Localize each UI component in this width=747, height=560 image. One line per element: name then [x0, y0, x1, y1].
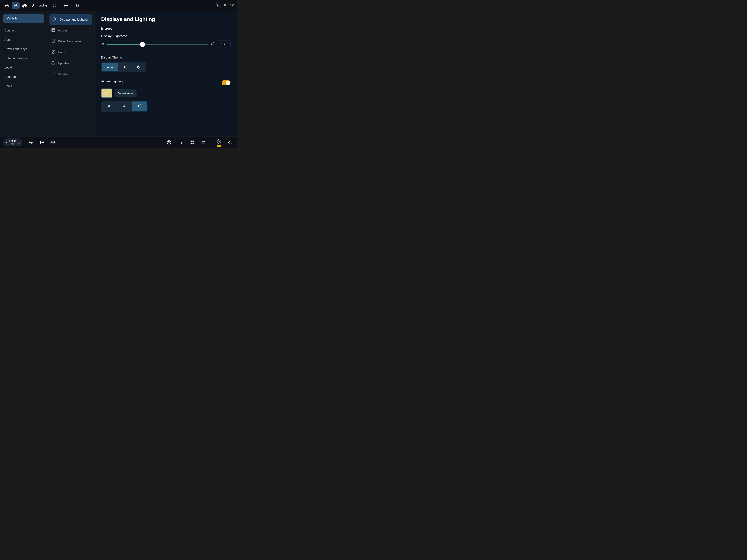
- svg-rect-93: [192, 141, 194, 142]
- lock-open-icon[interactable]: [3, 2, 11, 9]
- theme-label: Display Theme: [101, 56, 230, 59]
- menu-item-service-label: Service: [58, 73, 68, 76]
- sidebar-item-connect[interactable]: Connect: [0, 26, 47, 35]
- garage-icon[interactable]: [51, 2, 58, 9]
- menu-item-access[interactable]: Access: [47, 25, 94, 36]
- svg-point-80: [41, 142, 43, 143]
- updates-icon: [51, 61, 55, 66]
- svg-rect-92: [190, 141, 191, 142]
- accent-level-high[interactable]: [132, 102, 147, 111]
- climate-temp: LO ❄: [9, 139, 16, 143]
- menu-item-units[interactable]: Units: [47, 47, 94, 58]
- theme-buttons: Auto: [101, 62, 146, 72]
- climate-display: LO ❄ OFF: [9, 139, 16, 145]
- svg-line-60: [125, 107, 125, 107]
- bell-icon[interactable]: [74, 2, 81, 9]
- menu-item-driver-assistance-label: Driver Assistance: [58, 40, 81, 43]
- svg-point-28: [102, 43, 104, 45]
- menu-item-updates[interactable]: Updates: [47, 58, 94, 69]
- bluetooth-icon: [224, 3, 226, 8]
- menu-item-driver-assistance[interactable]: Driver Assistance: [47, 36, 94, 47]
- units-icon: [51, 50, 55, 55]
- menu-item-updates-label: Updates: [58, 62, 69, 65]
- brightness-section: Display Brightness: [101, 34, 230, 48]
- apps-grid-icon[interactable]: [188, 139, 196, 146]
- menu-item-units-label: Units: [58, 51, 65, 54]
- top-bar-right: [216, 3, 234, 8]
- bottom-bar: ▾ LO ❄ OFF ▴: [0, 136, 237, 148]
- svg-point-12: [54, 18, 55, 20]
- pending-label: Pending: [37, 4, 47, 7]
- climate-section: ▾ LO ❄ OFF ▴: [3, 138, 22, 146]
- bottom-right-icons: [165, 138, 234, 147]
- steering-heat-icon[interactable]: [38, 139, 46, 146]
- sidebar-left: Vehicle Connect Apps Drivers and Keys Da…: [0, 11, 47, 136]
- climate-down-button[interactable]: ▾: [5, 140, 7, 144]
- no-signal-icon: [216, 3, 220, 8]
- settings-icon-wrap: [215, 138, 223, 147]
- camera-icon[interactable]: [200, 139, 207, 146]
- svg-point-90: [179, 143, 180, 144]
- lock-icon[interactable]: [12, 2, 20, 9]
- service-icon: [51, 72, 55, 77]
- nav-icon[interactable]: [165, 139, 173, 146]
- seat-heat-icon[interactable]: [27, 139, 35, 146]
- menu-item-service[interactable]: Service: [47, 69, 94, 80]
- svg-point-37: [211, 43, 213, 45]
- sidebar-mid: Displays and Lighting Access Driver A: [47, 11, 95, 136]
- theme-section: Display Theme Auto: [101, 56, 230, 72]
- top-bar-left: [3, 2, 28, 9]
- auto-brightness-button[interactable]: Auto: [216, 41, 230, 48]
- svg-point-65: [138, 105, 140, 107]
- brightness-slider[interactable]: [107, 44, 208, 45]
- music-icon[interactable]: [177, 139, 184, 146]
- no-camera-icon[interactable]: [62, 2, 70, 9]
- menu-item-displays[interactable]: Displays and Lighting: [49, 14, 92, 25]
- desert-snow-label: Desert snow: [114, 89, 136, 97]
- theme-auto-button[interactable]: Auto: [102, 63, 118, 71]
- svg-marker-97: [204, 140, 205, 141]
- main-content: Vehicle Connect Apps Drivers and Keys Da…: [0, 11, 237, 136]
- accent-level-med[interactable]: [117, 102, 131, 111]
- svg-line-63: [123, 107, 123, 107]
- panel-right: Displays and Lighting Interior Display B…: [95, 11, 237, 136]
- svg-point-56: [123, 105, 125, 107]
- svg-point-11: [232, 6, 232, 6]
- settings-icon[interactable]: [215, 138, 223, 145]
- theme-light-button[interactable]: [119, 63, 132, 71]
- displays-icon: [52, 17, 57, 22]
- interior-section-title: Interior: [101, 26, 230, 31]
- brightness-low-icon: [101, 42, 105, 47]
- accent-toggle[interactable]: [222, 80, 230, 85]
- defrost-icon[interactable]: [49, 139, 57, 146]
- volume-icon[interactable]: [226, 139, 234, 146]
- accent-level-buttons: [101, 101, 148, 112]
- pending-button[interactable]: Pending: [32, 4, 47, 7]
- svg-point-46: [124, 66, 126, 68]
- brightness-slider-thumb[interactable]: [140, 42, 145, 47]
- sidebar-item-about[interactable]: About: [0, 81, 47, 91]
- sidebar-item-apps[interactable]: Apps: [0, 35, 47, 45]
- brightness-label: Display Brightness: [101, 34, 230, 38]
- menu-item-access-label: Access: [58, 29, 68, 32]
- climate-up-button[interactable]: ▴: [18, 140, 20, 144]
- accent-level-low[interactable]: [102, 102, 116, 111]
- vehicle-button[interactable]: Vehicle: [3, 14, 44, 23]
- svg-marker-99: [228, 141, 230, 144]
- sidebar-item-data-privacy[interactable]: Data and Privacy: [0, 54, 47, 63]
- theme-dark-button[interactable]: [132, 63, 145, 71]
- svg-rect-6: [54, 6, 55, 7]
- svg-rect-0: [5, 5, 8, 7]
- sidebar-item-upgrades[interactable]: Upgrades: [0, 72, 47, 81]
- svg-rect-1: [14, 5, 18, 7]
- brightness-row: Auto: [101, 41, 230, 48]
- wifi-icon: [230, 3, 234, 8]
- sidebar-item-drivers-keys[interactable]: Drivers and Keys: [0, 45, 47, 54]
- bottom-climate-icons: [27, 139, 57, 146]
- climate-status: OFF: [9, 143, 16, 145]
- top-bar-center: Pending: [32, 2, 214, 9]
- svg-point-91: [181, 142, 182, 143]
- desert-snow-swatch[interactable]: [101, 88, 112, 98]
- sidebar-item-legal[interactable]: Legal: [0, 63, 47, 72]
- car-icon[interactable]: [21, 2, 28, 9]
